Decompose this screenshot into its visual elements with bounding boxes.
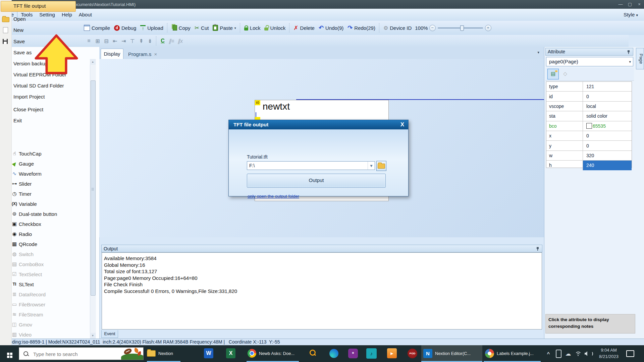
toolbox-item-label: FileStream <box>19 312 43 317</box>
taskbar-search[interactable] <box>19 347 144 360</box>
toolbox-item-qrcode[interactable]: ▦QRcode <box>10 239 37 249</box>
output-panel-title: Output <box>104 246 118 251</box>
taskbar-item-amazon-music[interactable]: ♪ <box>366 345 377 361</box>
edge-icon <box>329 349 338 358</box>
menu-item-close-project[interactable]: Close Project <box>0 105 644 115</box>
tft-file-output-dialog: TFT file output X Tutorial.tft F:\ ▾ Out… <box>228 120 409 196</box>
attr-value[interactable]: 0 <box>583 131 632 140</box>
output-file-name: Tutorial.tft <box>247 154 268 160</box>
dialog-title-bar[interactable]: TFT file output X <box>229 120 408 129</box>
toolbox-item-variable[interactable]: (X)Variable <box>10 199 37 209</box>
toolbox-item-label: Gmov <box>19 322 32 327</box>
toolbox-item-label: Radio <box>19 231 32 237</box>
toolbox-item-label: SLText <box>19 282 34 287</box>
taskbar-item-excel[interactable]: X <box>226 345 235 361</box>
taskbar-item-bluejeans[interactable]: * <box>348 345 358 361</box>
toolbox-item-checkbox[interactable]: ▣Checkbox <box>10 219 41 229</box>
attr-key: y <box>546 141 583 150</box>
toolbox-item-label: FileBrowser <box>19 302 45 307</box>
combo-dropdown-icon[interactable]: ▾ <box>368 162 375 170</box>
dialog-body: Tutorial.tft F:\ ▾ Output only open the … <box>229 129 408 196</box>
taskbar-clock[interactable]: 9:04 AM8/21/2023 <box>594 345 623 362</box>
toolbox-item-label: Dual-state button <box>19 211 57 217</box>
browse-folder-button[interactable] <box>376 161 386 171</box>
console-line: Global Memory:16 <box>104 262 542 268</box>
menu-item-save-as[interactable]: Save as <box>0 48 644 58</box>
menu-item-virtual-eeprom-folder[interactable]: Virtual EEPROM Folder <box>0 70 644 80</box>
toolbox-item-radio[interactable]: ◉Radio <box>10 229 32 239</box>
taskbar-item-media-player[interactable]: ▶ <box>387 345 397 361</box>
menu-item-label: TFT file output <box>13 1 46 11</box>
attribute-row-h[interactable]: h240 <box>546 161 632 170</box>
onedrive-cloud-icon[interactable]: ☁ <box>564 345 573 362</box>
taskbar-item-nextion-editor[interactable]: NNextion Editor(C... <box>423 345 471 361</box>
taskbar-item-label: Nextion Editor(C... <box>435 351 471 356</box>
tray-chevron-icon[interactable]: ^ <box>544 345 553 362</box>
nextion-editor-window: N Nextion Editor(C:\Users\Admin\Document… <box>0 0 644 362</box>
play-icon: ▶ <box>387 348 397 358</box>
taskbar-item-labels-example[interactable]: Labels Example.j... <box>485 345 534 361</box>
menu-item-new[interactable]: New <box>0 25 644 35</box>
toolbox-item-sltext[interactable]: TISLText <box>10 279 34 289</box>
toolbox-item-label: QRcode <box>19 241 37 247</box>
taskbar-item-chrome[interactable]: Newb Asks: Doe... <box>248 345 294 361</box>
menu-item-save[interactable]: Save <box>0 37 644 47</box>
dialog-title: TFT file output <box>233 122 268 127</box>
toolbox-item-label: TouchCap <box>19 151 42 157</box>
action-center-icon[interactable] <box>625 345 636 362</box>
menu-item-label: New <box>13 25 23 35</box>
dialog-close-icon[interactable]: X <box>400 120 404 129</box>
taskbar-item-nextion-folder[interactable]: Nextion <box>147 345 173 361</box>
menu-item-open[interactable]: Open <box>0 14 644 24</box>
console-line: Page:page0 Memory Occupied:16+64=80 <box>104 275 542 282</box>
taskbar-item-word[interactable]: W <box>204 345 213 361</box>
status-bar: Encoding:iso-8859-1 | Model:NX3224T024_0… <box>0 339 644 345</box>
taskbar-item-edge[interactable] <box>329 345 338 361</box>
menu-item-label: Exit <box>13 116 22 126</box>
start-button[interactable] <box>0 345 16 362</box>
toolbox-item-slider[interactable]: ⊶Slider <box>10 179 32 189</box>
attribute-row-x[interactable]: x0 <box>546 131 632 141</box>
volume-icon[interactable] <box>584 345 594 362</box>
toolbox-item-gmov: ◫Gmov <box>10 319 32 329</box>
attr-value[interactable]: 320 <box>583 151 632 160</box>
wifi-icon[interactable] <box>574 345 583 362</box>
menu-item-label: Virtual SD Card Folder <box>13 81 64 91</box>
scroll-down-icon[interactable]: ▾ <box>90 333 96 339</box>
your-phone-icon[interactable] <box>554 345 563 362</box>
toolbox-item-dual-state-button[interactable]: ⊜Dual-state button <box>10 209 57 219</box>
taskbar-item-pod[interactable]: POD <box>408 345 417 361</box>
toolbox-item-waveform[interactable]: ∿Waveform <box>10 169 42 179</box>
toolbox-item-timer[interactable]: ◷Timer <box>10 189 32 199</box>
palette-icon <box>485 349 494 358</box>
taskbar-item-bing-search[interactable] <box>309 345 317 361</box>
menu-item-label: Save as <box>13 48 32 58</box>
toolbox-item-combobox: ▤ComboBox <box>10 259 44 269</box>
word-icon: W <box>204 348 213 358</box>
menu-item-label: Close Project <box>13 105 43 115</box>
toolbox-item-touchcap[interactable]: ☝TouchCap <box>10 148 42 159</box>
toolbox-item-gauge[interactable]: ▶Gauge <box>10 159 34 169</box>
pin-icon[interactable] <box>536 247 539 251</box>
windows-logo-icon <box>7 353 9 355</box>
search-input[interactable] <box>33 348 114 360</box>
tab-event[interactable]: Event <box>101 330 118 338</box>
attr-value-selected[interactable]: 240 <box>583 161 632 170</box>
new-file-icon <box>3 27 8 33</box>
amazon-music-icon: ♪ <box>366 348 377 359</box>
attribute-row-y[interactable]: y0 <box>546 141 632 150</box>
menu-item-tft-file-output[interactable]: TFT file output <box>0 1 644 11</box>
output-button[interactable]: Output <box>247 174 386 188</box>
console-line: Available Memory:3584 <box>104 255 542 262</box>
attribute-row-w[interactable]: w320 <box>546 151 632 161</box>
toolbox-item-label: Switch <box>19 251 34 257</box>
attr-value[interactable]: 0 <box>583 141 632 150</box>
output-path-combobox[interactable]: F:\ ▾ <box>247 161 375 170</box>
toolbox-item-label: Checkbox <box>19 221 41 227</box>
toolbox-item-label: Gauge <box>19 161 34 167</box>
menu-item-version-backup-folder[interactable]: Version backup folder <box>0 59 644 69</box>
output-console[interactable]: Available Memory:3584 Global Memory:16 T… <box>102 252 542 329</box>
open-output-folder-link[interactable]: only open the output folder <box>248 194 299 199</box>
menu-item-virtual-sd-card-folder[interactable]: Virtual SD Card Folder <box>0 81 644 91</box>
menu-item-import-project[interactable]: Import Project <box>0 92 644 102</box>
